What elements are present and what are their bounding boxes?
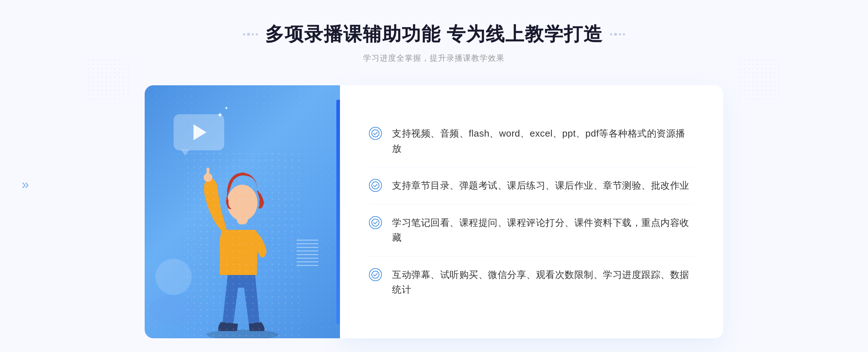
feature-text-4: 互动弹幕、试听购买、微信分享、观看次数限制、学习进度跟踪、数据统计 — [392, 267, 694, 297]
feature-item-4: 互动弹幕、试听购买、微信分享、观看次数限制、学习进度跟踪、数据统计 — [369, 257, 694, 308]
feature-text-2: 支持章节目录、弹题考试、课后练习、课后作业、章节测验、批改作业 — [392, 178, 689, 193]
feature-item-3: 学习笔记回看、课程提问、课程评论打分、课件资料下载，重点内容收藏 — [369, 205, 694, 257]
feature-item-2: 支持章节目录、弹题考试、课后练习、课后作业、章节测验、批改作业 — [369, 167, 694, 205]
features-panel: 支持视频、音频、flash、word、excel、ppt、pdf等各种格式的资源… — [340, 85, 723, 338]
dot6 — [614, 33, 617, 36]
page-container: » 多项录播课辅助功能 专为线上教学打造 学习进度全掌握，提升录播课教学效果 — [0, 0, 868, 352]
header-section: 多项录播课辅助功能 专为线上教学打造 学习进度全掌握，提升录播课教学效果 — [243, 22, 625, 64]
subtitle: 学习进度全掌握，提升录播课教学效果 — [243, 53, 625, 64]
check-icon-3 — [369, 216, 382, 229]
title-decorator-left — [243, 33, 258, 36]
check-icon-2 — [369, 179, 382, 192]
chevron-left-icon: » — [22, 177, 29, 192]
play-icon — [193, 124, 207, 140]
dot2 — [247, 33, 250, 36]
sparkle-icon-2: ✦ — [224, 105, 229, 111]
svg-point-10 — [372, 271, 379, 278]
dot1 — [243, 33, 245, 35]
dot5 — [610, 33, 612, 35]
feature-text-3: 学习笔记回看、课程提问、课程评论打分、课件资料下载，重点内容收藏 — [392, 215, 694, 245]
content-area: ✦ ✦ — [145, 85, 723, 338]
svg-rect-6 — [184, 150, 300, 338]
person-figure — [184, 150, 300, 338]
title-row: 多项录播课辅助功能 专为线上教学打造 — [243, 22, 625, 47]
dots-decoration-right — [738, 58, 781, 101]
dot7 — [619, 33, 621, 35]
feature-text-1: 支持视频、音频、flash、word、excel、ppt、pdf等各种格式的资源… — [392, 126, 694, 156]
illustration-card: ✦ ✦ — [145, 85, 340, 338]
check-icon-1 — [369, 127, 382, 140]
blue-accent-panel — [336, 100, 340, 324]
feature-item-1: 支持视频、音频、flash、word、excel、ppt、pdf等各种格式的资源… — [369, 115, 694, 167]
dot4 — [256, 33, 258, 35]
main-title: 多项录播课辅助功能 专为线上教学打造 — [265, 22, 603, 47]
speech-bubble — [174, 114, 224, 150]
dot3 — [252, 33, 254, 35]
svg-point-9 — [372, 219, 379, 226]
play-button-container — [174, 114, 224, 154]
sparkle-icon-1: ✦ — [217, 111, 223, 119]
svg-point-8 — [372, 182, 379, 189]
dot8 — [623, 33, 625, 35]
features-list: 支持视频、音频、flash、word、excel、ppt、pdf等各种格式的资源… — [369, 115, 694, 308]
check-icon-4 — [369, 268, 382, 281]
dots-decoration-left — [87, 58, 130, 101]
svg-point-7 — [372, 130, 379, 137]
title-decorator-right — [610, 33, 625, 36]
